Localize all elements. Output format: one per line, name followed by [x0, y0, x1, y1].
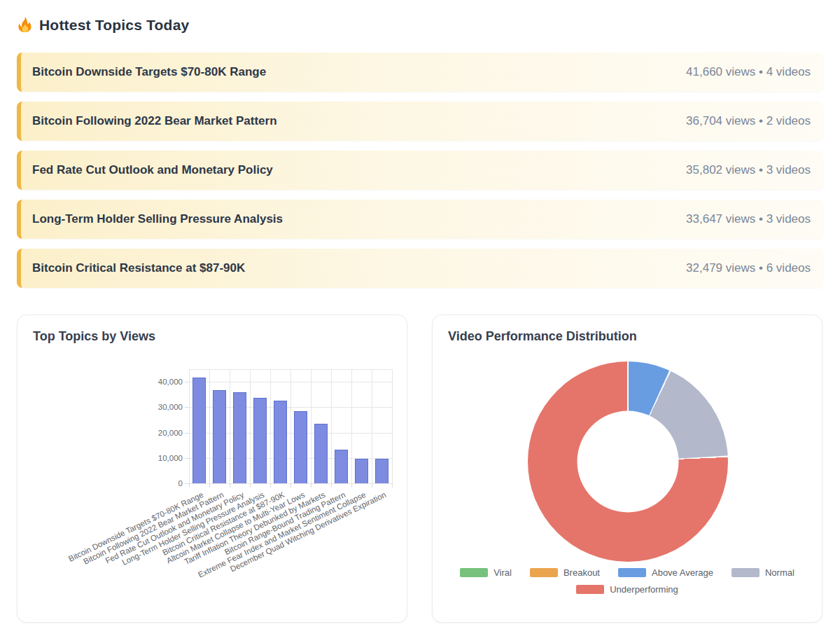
topic-row[interactable]: Fed Rate Cut Outlook and Monetary Policy… — [17, 151, 823, 190]
charts-row: Top Topics by Views 010,00020,00030,0004… — [17, 314, 823, 623]
legend-swatch — [576, 585, 604, 594]
bar[interactable] — [375, 459, 388, 483]
legend-swatch — [530, 568, 558, 577]
bar-chart-plot-area — [189, 369, 392, 483]
legend-swatch — [460, 568, 488, 577]
bar[interactable] — [314, 424, 328, 483]
x-tick-mark — [311, 483, 312, 488]
bar[interactable] — [233, 392, 246, 483]
bar[interactable] — [253, 398, 267, 483]
x-tick-mark — [290, 483, 291, 488]
donut-hole — [578, 411, 679, 513]
y-axis-tick-label: 10,000 — [94, 453, 183, 464]
bar[interactable] — [192, 378, 206, 483]
topic-row[interactable]: Long-Term Holder Selling Pressure Analys… — [17, 200, 823, 239]
bar-chart-card: Top Topics by Views 010,00020,00030,0004… — [17, 314, 407, 623]
topic-meta: 36,704 views • 2 videos — [686, 114, 811, 128]
y-axis-tick-label: 40,000 — [94, 377, 183, 387]
x-tick-mark — [270, 483, 271, 488]
gridline — [189, 369, 190, 483]
gridline — [372, 369, 372, 483]
dashboard-page: Hottest Topics Today Bitcoin Downside Ta… — [0, 0, 840, 636]
topic-meta: 35,802 views • 3 videos — [686, 163, 811, 177]
legend-label: Above Average — [652, 567, 713, 578]
gridline — [290, 369, 291, 483]
x-tick-mark — [230, 483, 230, 488]
topic-row[interactable]: Bitcoin Following 2022 Bear Market Patte… — [17, 102, 823, 141]
bar[interactable] — [335, 450, 348, 483]
bar[interactable] — [274, 401, 287, 483]
topic-row[interactable]: Bitcoin Downside Targets $70-80K Range41… — [17, 53, 823, 92]
x-tick-mark — [392, 483, 393, 488]
y-axis-tick-label: 0 — [94, 478, 183, 489]
legend-item-breakout[interactable]: Breakout — [530, 567, 600, 578]
topic-title: Bitcoin Following 2022 Bear Market Patte… — [32, 114, 277, 128]
legend-label: Viral — [493, 567, 512, 578]
legend-item-viral[interactable]: Viral — [460, 567, 512, 578]
page-title-text: Hottest Topics Today — [39, 17, 189, 34]
topic-row[interactable]: Bitcoin Critical Resistance at $87-90K32… — [17, 249, 823, 288]
fire-icon — [17, 16, 33, 34]
gridline — [392, 369, 393, 483]
donut-chart-card: Video Performance Distribution ViralBrea… — [432, 314, 822, 623]
gridline — [270, 369, 271, 483]
page-title: Hottest Topics Today — [17, 0, 823, 34]
donut-chart-title: Video Performance Distribution — [448, 329, 637, 344]
legend-item-normal[interactable]: Normal — [732, 567, 794, 578]
topic-title: Long-Term Holder Selling Pressure Analys… — [32, 212, 283, 226]
legend-item-above-average[interactable]: Above Average — [618, 567, 713, 578]
gridline — [331, 369, 332, 483]
topic-title: Fed Rate Cut Outlook and Monetary Policy — [32, 163, 273, 177]
x-tick-mark — [351, 483, 352, 488]
gridline — [351, 369, 352, 483]
bar[interactable] — [213, 390, 226, 483]
donut-chart[interactable] — [528, 361, 728, 562]
legend-label: Underperforming — [610, 584, 678, 595]
bar[interactable] — [355, 459, 368, 483]
legend-row: Underperforming — [567, 584, 687, 595]
x-tick-mark — [250, 483, 251, 488]
legend-row: ViralBreakoutAbove AverageNormal — [451, 567, 804, 578]
topic-meta: 41,660 views • 4 videos — [686, 65, 811, 79]
legend-item-underperforming[interactable]: Underperforming — [576, 584, 678, 595]
bar-chart-title: Top Topics by Views — [33, 329, 155, 344]
x-tick-mark — [331, 483, 332, 488]
topic-meta: 33,647 views • 3 videos — [686, 212, 811, 226]
chart-legend: ViralBreakoutAbove AverageNormalUnderper… — [433, 567, 822, 595]
x-tick-mark — [372, 483, 372, 488]
y-axis-tick-label: 20,000 — [94, 428, 183, 438]
y-axis-tick-label: 30,000 — [94, 402, 183, 413]
gridline — [250, 369, 251, 483]
legend-label: Breakout — [564, 567, 600, 578]
legend-swatch — [618, 568, 646, 577]
hot-topics-list: Bitcoin Downside Targets $70-80K Range41… — [17, 53, 823, 288]
x-tick-mark — [209, 483, 210, 488]
gridline — [209, 369, 210, 483]
bar[interactable] — [294, 411, 307, 483]
topic-meta: 32,479 views • 6 videos — [686, 261, 811, 275]
topic-title: Bitcoin Critical Resistance at $87-90K — [32, 261, 245, 275]
legend-swatch — [732, 568, 760, 577]
x-tick-mark — [189, 483, 190, 488]
legend-label: Normal — [765, 567, 794, 578]
gridline — [230, 369, 230, 483]
gridline — [311, 369, 312, 483]
topic-title: Bitcoin Downside Targets $70-80K Range — [32, 65, 266, 79]
